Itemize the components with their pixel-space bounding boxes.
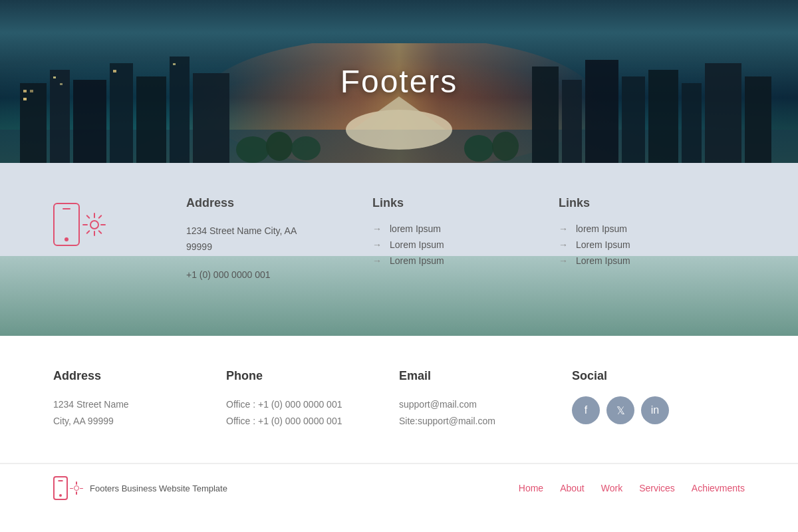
arrow-icon [559,239,569,250]
footer-2-email-line2: Site:support@mail.com [399,413,572,430]
svg-point-30 [492,132,519,161]
arrow-icon [372,223,383,234]
footer-2-email-title: Email [399,369,572,383]
facebook-icon[interactable]: f [572,396,600,424]
phone-icon [53,203,80,246]
svg-rect-8 [193,73,229,163]
footer-1-links2-col: Links lorem Ipsum Lorem Ipsum Lorem Ipsu… [559,196,745,283]
mini-sun-icon [70,481,83,495]
arrow-icon [559,223,569,234]
footer-2-social-col: Social f 𝕏 in [572,369,745,430]
footer-2-email-col: Email support@mail.com Site:support@mail… [399,369,572,430]
footer-1-link2-item[interactable]: lorem Ipsum [559,223,745,234]
nav-link-services[interactable]: Services [639,483,675,493]
footer-2-phone-line1: Office : +1 (0) 000 0000 001 [226,396,399,413]
footer-2-phone-line2: Office : +1 (0) 000 0000 001 [226,413,399,430]
footer-1-address-title: Address [186,196,372,210]
footer-1-links1-col: Links lorem Ipsum Lorem Ipsum Lorem Ipsu… [372,196,559,283]
svg-rect-19 [23,90,27,92]
footer-1-logo [53,196,186,283]
hero-section: Footers [0,0,798,163]
nav-link-achievments[interactable]: Achievments [692,483,745,493]
footer-1-link2-item[interactable]: Lorem Ipsum [559,255,745,266]
social-icons-group: f 𝕏 in [572,396,745,424]
svg-rect-16 [682,83,702,163]
footer-2-phone-title: Phone [226,369,399,383]
svg-point-26 [236,136,269,163]
svg-rect-2 [20,83,47,163]
svg-rect-20 [30,90,33,92]
footer-1-link-item[interactable]: Lorem Ipsum [372,239,559,250]
footer-bottom-bar: Footers Business Website Template Home A… [0,464,798,512]
svg-rect-12 [562,80,582,163]
footer-1-link2-item[interactable]: Lorem Ipsum [559,239,745,250]
footer-2-email-line1: support@mail.com [399,396,572,413]
footer-2-address-col: Address 1234 Street Name City, AA 99999 [53,369,226,430]
linkedin-icon[interactable]: in [641,396,669,424]
footer-1-phone: +1 (0) 000 0000 001 [186,267,372,283]
arrow-icon [372,255,383,266]
twitter-icon[interactable]: 𝕏 [606,396,634,424]
brand-text: Footers Business Website Template [90,483,227,493]
svg-rect-18 [745,76,771,163]
footer-nav: Home About Work Services Achievments [519,483,745,493]
skyline-svg [0,43,798,163]
svg-rect-23 [60,83,63,85]
svg-rect-21 [23,98,27,100]
svg-rect-7 [170,57,190,163]
footer-1-address-col: Address 1234 Street Name City, AA 99999 … [186,196,372,283]
svg-rect-5 [110,63,133,163]
footer-2-address-text: 1234 Street Name City, AA 99999 [53,396,226,430]
svg-rect-22 [53,76,56,78]
footer-1-section: Address 1234 Street Name City, AA 99999 … [0,163,798,336]
svg-rect-15 [648,70,678,163]
footer-1-links2-title: Links [559,196,745,210]
svg-rect-11 [532,66,559,163]
arrow-icon [372,239,383,250]
nav-link-home[interactable]: Home [519,483,543,493]
svg-rect-6 [136,76,166,163]
svg-rect-13 [585,60,618,163]
svg-rect-25 [173,63,176,65]
arrow-icon [559,255,569,266]
footer-1-link-item[interactable]: lorem Ipsum [372,223,559,234]
footer-2-phone-col: Phone Office : +1 (0) 000 0000 001 Offic… [226,369,399,430]
svg-rect-14 [622,76,645,163]
footer-1-links1-title: Links [372,196,559,210]
svg-rect-4 [73,80,106,163]
bottom-brand: Footers Business Website Template [53,476,227,500]
page-title: Footers [340,63,458,100]
footer-1-address-text: 1234 Street Name City, AA 99999 [186,223,372,255]
nav-link-work[interactable]: Work [601,483,622,493]
sun-icon [82,213,106,236]
footer-2-address-title: Address [53,369,226,383]
nav-link-about[interactable]: About [560,483,585,493]
mini-phone-icon [53,476,68,500]
footer-2-section: Address 1234 Street Name City, AA 99999 … [0,336,798,464]
brand-icon [53,203,106,246]
svg-point-29 [464,135,493,162]
bottom-brand-icon [53,476,83,500]
footer-2-social-title: Social [572,369,745,383]
footer-1-link-item[interactable]: Lorem Ipsum [372,255,559,266]
svg-rect-17 [705,63,741,163]
svg-rect-24 [113,70,116,72]
svg-point-27 [266,132,293,161]
svg-point-28 [291,136,321,160]
